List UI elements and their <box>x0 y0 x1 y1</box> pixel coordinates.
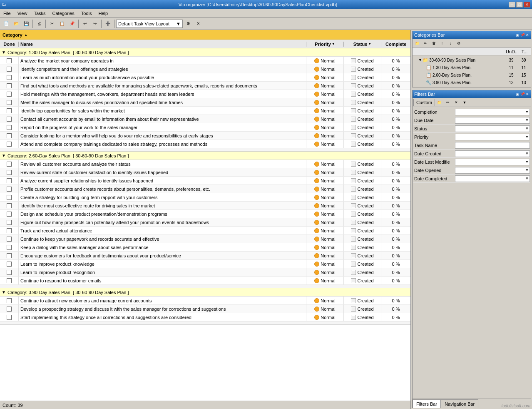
task-row[interactable]: Review all customer accounts and analyze… <box>0 160 410 168</box>
filter-dropdown-arrow-0[interactable]: ▼ <box>525 110 529 114</box>
task-row[interactable]: Encourage customers for feedback and tes… <box>0 252 410 260</box>
filter-panel-pin[interactable]: 📌 <box>520 92 525 96</box>
print-button[interactable]: 🖨 <box>35 19 44 28</box>
task-row[interactable]: Profile customer accounts and create rec… <box>0 185 410 193</box>
task-checkbox-2-1[interactable] <box>7 307 12 312</box>
task-done-0-9[interactable] <box>0 132 19 140</box>
filter-value-1[interactable]: ▼ <box>455 117 530 124</box>
task-checkbox-1-11[interactable] <box>7 253 12 258</box>
task-done-2-1[interactable] <box>0 305 19 313</box>
task-done-1-13[interactable] <box>0 268 19 276</box>
maximize-button[interactable]: □ <box>516 2 523 7</box>
copy-button[interactable]: 📋 <box>57 19 67 28</box>
filter-delete-btn[interactable]: ✕ <box>452 99 460 106</box>
cat-panel-pin[interactable]: 📌 <box>520 33 525 37</box>
task-checkbox-1-1[interactable] <box>7 170 12 175</box>
task-checkbox-0-8[interactable] <box>7 125 12 130</box>
task-done-1-9[interactable] <box>0 235 19 243</box>
undo-button[interactable]: ↩ <box>80 19 89 28</box>
task-checkbox-0-4[interactable] <box>7 92 12 97</box>
filter-dropdown-arrow-3[interactable]: ▼ <box>525 135 529 139</box>
task-done-1-4[interactable] <box>0 193 19 201</box>
cat-new-btn[interactable]: 📁 <box>413 40 421 47</box>
filter-new-btn[interactable]: 📁 <box>436 99 443 106</box>
cat-prop-btn[interactable]: ⚙ <box>455 40 462 47</box>
task-done-1-6[interactable] <box>0 210 19 218</box>
task-row[interactable]: Find out what tools and methods are avai… <box>0 82 410 90</box>
task-checkbox-1-14[interactable] <box>7 278 12 283</box>
task-checkbox-0-7[interactable] <box>7 117 12 122</box>
task-checkbox-1-6[interactable] <box>7 212 12 217</box>
task-checkbox-0-3[interactable] <box>7 83 12 88</box>
cat-tree-child-2[interactable]: 📋 2.60-Day Sales Plan. 15 15 <box>413 71 531 79</box>
task-checkbox-1-8[interactable] <box>7 228 12 233</box>
menu-view[interactable]: View <box>16 10 29 17</box>
task-checkbox-1-0[interactable] <box>7 162 12 167</box>
task-done-0-8[interactable] <box>0 123 19 131</box>
filter-dropdown-arrow-1[interactable]: ▼ <box>525 118 529 122</box>
cat-edit-btn[interactable]: ✏ <box>422 40 429 47</box>
task-row[interactable]: Start implementing this strategy once al… <box>0 313 410 322</box>
minimize-button[interactable]: ─ <box>509 2 515 7</box>
task-checkbox-2-0[interactable] <box>7 298 12 303</box>
redo-button[interactable]: ↪ <box>90 19 99 28</box>
task-checkbox-0-2[interactable] <box>7 75 12 80</box>
task-row[interactable]: Learn as much information about your pro… <box>0 73 410 82</box>
task-done-0-7[interactable] <box>0 115 19 123</box>
task-done-1-0[interactable] <box>0 160 19 168</box>
task-done-1-2[interactable] <box>0 177 19 185</box>
layout-btn2[interactable]: ✕ <box>194 19 203 28</box>
task-done-0-3[interactable] <box>0 82 19 90</box>
cut-button[interactable]: ✂ <box>47 19 57 28</box>
task-row[interactable]: Report on the progress of your work to t… <box>0 123 410 132</box>
task-checkbox-0-1[interactable] <box>7 67 12 72</box>
filter-panel-close[interactable]: ✕ <box>526 92 529 96</box>
task-row[interactable]: Consider looking for a mentor who will h… <box>0 132 410 140</box>
task-checkbox-1-5[interactable] <box>7 203 12 208</box>
layout-btn1[interactable]: ⚙ <box>184 19 193 28</box>
task-checkbox-1-13[interactable] <box>7 270 12 275</box>
task-done-0-0[interactable] <box>0 57 19 65</box>
task-done-1-12[interactable] <box>0 260 19 268</box>
task-checkbox-0-10[interactable] <box>7 142 12 147</box>
task-row[interactable]: Hold meetings with the management, cowor… <box>0 90 410 98</box>
task-checkbox-0-9[interactable] <box>7 133 12 138</box>
task-done-2-0[interactable] <box>0 297 19 304</box>
task-done-0-2[interactable] <box>0 73 19 81</box>
status-sort-icon[interactable]: ▼ <box>368 42 371 46</box>
task-checkbox-1-7[interactable] <box>7 220 12 225</box>
task-checkbox-1-9[interactable] <box>7 237 12 242</box>
filter-more-btn[interactable]: ▼ <box>461 99 468 106</box>
cat-panel-restore[interactable]: ▣ <box>516 33 520 37</box>
task-row[interactable]: Keep a dialog with the sales manager abo… <box>0 243 410 252</box>
filter-value-3[interactable]: ▼ <box>455 134 530 140</box>
sort-arrow[interactable]: ▲ <box>24 33 28 37</box>
cat-move-down-btn[interactable]: ↓ <box>447 40 454 47</box>
task-done-0-4[interactable] <box>0 90 19 98</box>
task-done-1-7[interactable] <box>0 218 19 226</box>
task-done-1-1[interactable] <box>0 168 19 176</box>
task-checkbox-1-2[interactable] <box>7 178 12 183</box>
filter-value-7[interactable]: ▼ <box>455 167 530 174</box>
task-done-1-10[interactable] <box>0 243 19 251</box>
filter-dropdown-arrow-5[interactable]: ▼ <box>525 152 529 155</box>
layout-dropdown[interactable]: Default Task View Layout ▼ <box>116 20 183 28</box>
col-done[interactable]: Done <box>0 42 19 47</box>
task-done-1-8[interactable] <box>0 227 19 234</box>
task-checkbox-0-0[interactable] <box>7 58 12 63</box>
task-row[interactable]: Continue to keep your paperwork and reco… <box>0 235 410 243</box>
filter-dropdown-arrow-7[interactable]: ▼ <box>525 168 529 172</box>
paste-button[interactable]: 📌 <box>67 19 77 28</box>
task-checkbox-1-3[interactable] <box>7 187 12 192</box>
task-row[interactable]: Figure out how many prospects can potent… <box>0 218 410 227</box>
task-row[interactable]: Analyze current supplier relationships t… <box>0 177 410 185</box>
cat-tree-child-1[interactable]: 📋 1.30-Day Sales Plan. 11 11 <box>413 64 531 71</box>
task-checkbox-1-12[interactable] <box>7 262 12 267</box>
task-done-2-2[interactable] <box>0 313 19 321</box>
filter-tab-custom[interactable]: Custom <box>413 99 435 106</box>
task-checkbox-0-6[interactable] <box>7 108 12 113</box>
filter-dropdown-arrow-8[interactable]: ▼ <box>525 177 529 180</box>
filter-value-0[interactable]: ▼ <box>455 109 530 115</box>
task-checkbox-1-4[interactable] <box>7 195 12 200</box>
col-priority[interactable]: Priority ▼ <box>306 42 344 47</box>
